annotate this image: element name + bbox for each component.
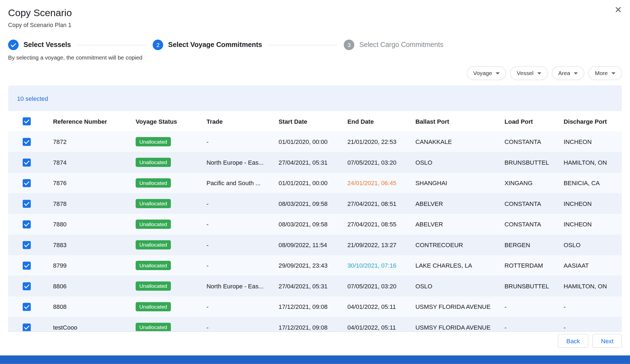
cell-voyage-status: Unallocated xyxy=(127,199,198,208)
cell-discharge-port: HAMILTON, ON xyxy=(556,283,622,289)
cell-end-date: 04/01/2022, 05:11 xyxy=(339,324,407,331)
cell-end-date: 04/01/2022, 05:11 xyxy=(339,303,407,310)
cell-trade: North Europe - Eas... xyxy=(199,283,271,289)
filter-voyage-dropdown[interactable]: Voyage xyxy=(467,66,506,80)
table-row: 8808Unallocated-17/12/2021, 09:0804/01/2… xyxy=(8,296,622,317)
filter-area-dropdown[interactable]: Area xyxy=(552,66,584,80)
cell-end-date: 27/04/2021, 08:55 xyxy=(339,221,407,228)
cell-load-port: CONSTANTA xyxy=(496,221,555,228)
row-select-cell xyxy=(8,179,45,187)
step-select-voyage-commitments[interactable]: 2 Select Voyage Commitments xyxy=(153,40,262,50)
row-checkbox[interactable] xyxy=(22,323,31,331)
row-checkbox[interactable] xyxy=(22,158,31,167)
status-badge: Unallocated xyxy=(136,261,171,270)
cell-start-date: 08/09/2022, 11:54 xyxy=(270,241,339,248)
cell-reference-number: 7876 xyxy=(45,179,127,186)
cell-trade: - xyxy=(199,303,271,310)
status-badge: Unallocated xyxy=(136,158,171,167)
row-checkbox[interactable] xyxy=(22,220,31,228)
cell-start-date: 17/12/2021, 09:08 xyxy=(270,303,339,310)
column-header: Discharge Port xyxy=(556,118,622,125)
row-checkbox[interactable] xyxy=(22,179,31,187)
cell-voyage-status: Unallocated xyxy=(127,323,198,331)
dialog-footer: Back Next xyxy=(0,332,630,350)
row-checkbox[interactable] xyxy=(22,200,31,208)
cell-reference-number: 7878 xyxy=(45,200,127,207)
step-select-vessels[interactable]: Select Vessels xyxy=(8,40,71,50)
table-row: 7874UnallocatedNorth Europe - Eas...27/0… xyxy=(8,152,622,173)
cell-start-date: 17/12/2021, 09:08 xyxy=(270,324,339,331)
row-select-cell xyxy=(8,220,45,228)
cell-discharge-port: OSLO xyxy=(556,241,622,248)
cell-start-date: 27/04/2021, 05:31 xyxy=(270,159,339,166)
back-button[interactable]: Back xyxy=(558,334,588,348)
cell-voyage-status: Unallocated xyxy=(127,220,198,229)
cell-load-port: XINGANG xyxy=(496,179,555,186)
cell-ballast-port: LAKE CHARLES, LA xyxy=(407,262,497,269)
status-badge: Unallocated xyxy=(136,199,171,208)
row-select-cell xyxy=(8,241,45,249)
cell-trade: - xyxy=(199,262,271,269)
cell-start-date: 08/03/2021, 09:58 xyxy=(270,221,339,228)
cell-discharge-port: - xyxy=(556,324,622,331)
cell-trade: - xyxy=(199,200,271,207)
cell-trade: - xyxy=(199,221,271,228)
cell-discharge-port: AASIAAT xyxy=(556,262,622,269)
column-header: Load Port xyxy=(496,118,555,125)
cell-reference-number: 8799 xyxy=(45,262,127,269)
chevron-down-icon xyxy=(496,72,500,74)
cell-start-date: 08/03/2021, 09:58 xyxy=(270,200,339,207)
column-header: Reference Number xyxy=(45,118,127,125)
filter-label: Area xyxy=(558,70,570,76)
filter-label: Vessel xyxy=(517,70,533,76)
next-button[interactable]: Next xyxy=(593,334,622,348)
cell-ballast-port: CONTRECOEUR xyxy=(407,241,497,248)
cell-load-port: - xyxy=(496,324,555,331)
column-header: Ballast Port xyxy=(407,118,497,125)
select-all-cell xyxy=(8,117,45,125)
stepper: Select Vessels 2 Select Voyage Commitmen… xyxy=(8,40,622,50)
filter-more-dropdown[interactable]: More xyxy=(588,66,622,80)
cell-start-date: 01/01/2020, 00:00 xyxy=(270,138,339,145)
close-icon[interactable]: ✕ xyxy=(614,6,622,15)
cell-end-date: 30/10/2021, 07:16 xyxy=(339,262,407,269)
row-checkbox[interactable] xyxy=(22,138,31,146)
filter-vessel-dropdown[interactable]: Vessel xyxy=(510,66,548,80)
row-checkbox[interactable] xyxy=(22,303,31,311)
cell-load-port: - xyxy=(496,303,555,310)
row-select-cell xyxy=(8,261,45,270)
selected-count: 10 selected xyxy=(8,85,622,111)
cell-voyage-status: Unallocated xyxy=(127,240,198,250)
cell-reference-number: 7883 xyxy=(45,241,127,248)
cell-ballast-port: OSLO xyxy=(407,283,497,289)
table-body: 7872Unallocated-01/01/2020, 00:0021/01/2… xyxy=(8,131,622,331)
select-all-checkbox[interactable] xyxy=(22,117,31,125)
cell-load-port: CONSTANTA xyxy=(496,200,555,207)
app-background-bar xyxy=(0,356,630,364)
status-badge: Unallocated xyxy=(136,240,171,250)
cell-load-port: BERGEN xyxy=(496,241,555,248)
cell-trade: North Europe - Eas... xyxy=(199,159,271,166)
chevron-down-icon xyxy=(574,72,578,74)
cell-voyage-status: Unallocated xyxy=(127,158,198,167)
cell-discharge-port: BENICIA, CA xyxy=(556,179,622,186)
cell-end-date: 21/09/2022, 13:27 xyxy=(339,241,407,248)
cell-reference-number: testCooo xyxy=(45,324,127,331)
stepper-connector xyxy=(269,45,337,45)
stepper-connector xyxy=(77,45,146,45)
row-select-cell xyxy=(8,138,45,146)
step-select-cargo-commitments[interactable]: 3 Select Cargo Commitments xyxy=(344,40,444,50)
cell-reference-number: 7880 xyxy=(45,221,127,228)
cell-trade: - xyxy=(199,138,271,145)
row-checkbox[interactable] xyxy=(22,261,31,270)
table-row: 8799Unallocated-29/09/2021, 23:4330/10/2… xyxy=(8,255,622,276)
table-row: 7876UnallocatedPacific and South ...01/0… xyxy=(8,173,622,193)
cell-discharge-port: - xyxy=(556,303,622,310)
row-checkbox[interactable] xyxy=(22,241,31,249)
step-number-icon: 2 xyxy=(153,40,164,50)
column-header: Start Date xyxy=(270,118,339,125)
cell-ballast-port: OSLO xyxy=(407,159,497,166)
row-checkbox[interactable] xyxy=(22,282,31,290)
cell-end-date: 27/04/2021, 08:51 xyxy=(339,200,407,207)
cell-trade: - xyxy=(199,241,271,248)
